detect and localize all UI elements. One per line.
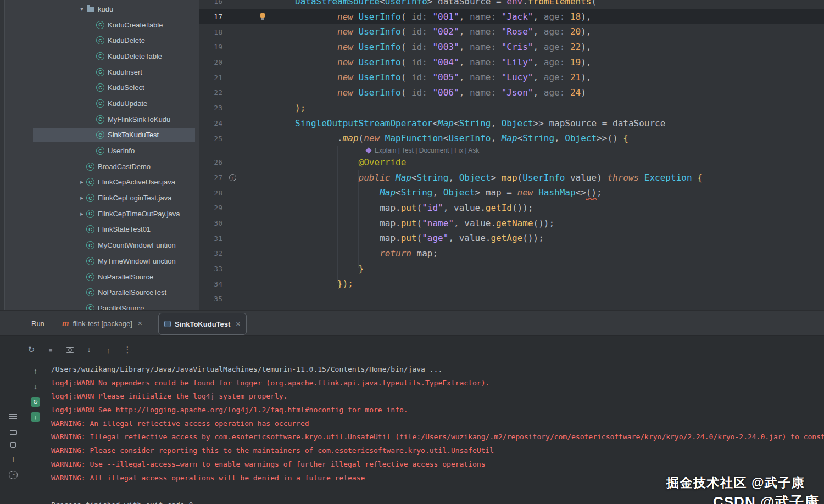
close-icon[interactable]: × — [236, 320, 240, 328]
code-token: () — [586, 187, 597, 198]
screenshot-icon[interactable] — [65, 347, 75, 353]
line-number[interactable]: 22 — [199, 88, 222, 97]
editor-line[interactable]: 20 new UserInfo( id: "004", name: "Lily"… — [199, 55, 824, 70]
editor-line[interactable]: 24SingleOutputStreamOperator<Map<String,… — [199, 116, 824, 131]
import-thread-dump-icon[interactable]: ↓ — [84, 346, 94, 354]
tree-item[interactable]: ▸CFlinkCepTimeOutPay.java — [0, 206, 199, 222]
editor-line[interactable]: 30 map.put("name", value.getName()); — [199, 216, 824, 231]
code-token: id: — [411, 26, 433, 37]
chevron-right-icon[interactable]: ▸ — [77, 210, 86, 217]
line-number[interactable]: 28 — [199, 189, 222, 197]
line-number[interactable]: 33 — [199, 265, 222, 273]
code-token: () — [607, 133, 623, 143]
editor-line[interactable]: 21 new UserInfo( id: "005", name: "Lucy"… — [199, 70, 824, 85]
line-number[interactable]: 25 — [199, 135, 222, 143]
editor-line[interactable]: 23); — [199, 100, 824, 116]
chevron-right-icon[interactable]: ▸ — [77, 178, 86, 186]
tree-item[interactable]: CMyCountWindowFuntion — [0, 237, 199, 253]
editor-line[interactable]: 32 return map; — [199, 246, 824, 261]
line-number[interactable]: 19 — [199, 43, 222, 51]
editor-line[interactable]: 16DataStreamSource<UserInfo> dataSource … — [199, 0, 824, 9]
line-number[interactable]: 20 — [199, 58, 222, 66]
chevron-right-icon[interactable]: ▸ — [77, 194, 86, 201]
line-number[interactable]: 17 — [199, 13, 222, 21]
line-number[interactable]: 30 — [199, 219, 222, 227]
ai-hint-actions[interactable]: Explain | Test | Document | Fix | Ask — [366, 147, 479, 154]
editor-line[interactable]: 19 new UserInfo( id: "003", name: "Cris"… — [199, 40, 824, 55]
line-number[interactable]: 32 — [199, 249, 222, 257]
tree-item[interactable]: ▸CFlinkCepActiveUser.java — [0, 175, 199, 191]
line-number[interactable]: 16 — [199, 0, 222, 5]
code-token: } — [359, 264, 364, 274]
tree-item[interactable]: CFlinkStateTest01 — [0, 222, 199, 238]
tree-item[interactable]: CBroadCastDemo — [0, 159, 199, 175]
editor-line[interactable]: 18 new UserInfo( id: "002", name: "Rose"… — [199, 24, 824, 40]
editor-line[interactable]: 34 }); — [199, 276, 824, 292]
up-stacktrace-icon[interactable]: ↑ — [34, 367, 37, 377]
rerun-icon[interactable]: ↻ — [26, 345, 36, 355]
code-token: "Rose" — [502, 26, 533, 37]
line-number[interactable]: 24 — [199, 119, 222, 127]
close-icon[interactable]: × — [138, 319, 142, 328]
stop-icon[interactable]: ■ — [46, 346, 55, 353]
editor-line[interactable]: 28 Map<String, Object> map = new HashMap… — [199, 185, 824, 200]
tab-sinktokudutest[interactable]: SinkToKuduTest × — [158, 313, 247, 335]
down-stacktrace-icon[interactable]: ↓ — [34, 382, 37, 392]
scroll-to-end-icon[interactable]: ↓ — [31, 412, 40, 422]
tree-item[interactable]: CKuduCreateTable — [0, 17, 199, 33]
tree-item[interactable]: CKuduInsert — [0, 64, 199, 80]
inspect-icon[interactable]: ~ — [9, 471, 18, 479]
print-icon[interactable] — [10, 430, 17, 435]
soft-wrap-icon[interactable]: ↻ — [31, 397, 40, 407]
more-options-icon[interactable]: ⋮ — [123, 345, 132, 355]
chevron-down-icon[interactable]: ▾ — [77, 5, 86, 13]
editor-line[interactable]: 22 new UserInfo( id: "006", name: "Json"… — [199, 85, 824, 100]
editor-line[interactable]: 27↑ public Map<String, Object> map(UserI… — [199, 170, 824, 186]
console-text: WARNING: Illegal reflective access by co… — [51, 433, 824, 441]
tree-item[interactable]: CSinkToKuduTest — [0, 127, 199, 143]
line-number[interactable]: 29 — [199, 204, 222, 212]
editor-gutter: 20 — [199, 55, 295, 70]
line-number[interactable]: 27 — [199, 173, 222, 182]
editor-line[interactable]: 33 } — [199, 261, 824, 277]
project-tree: ▾kuduCKuduCreateTableCKuduDeleteCKuduDel… — [0, 1, 199, 310]
code-token: id: — [411, 87, 433, 98]
editor-line[interactable]: 29 map.put("id", value.getId()); — [199, 200, 824, 216]
tree-item[interactable]: CMyFlinkSinkToKudu — [0, 111, 199, 127]
tree-item[interactable]: CUserInfo — [0, 143, 199, 159]
editor-line[interactable]: 25 .map(new MapFunction<UserInfo, Map<St… — [199, 131, 824, 146]
tree-item[interactable]: ▸CFlinkCepLoginTest.java — [0, 190, 199, 206]
list-icon[interactable] — [9, 414, 17, 415]
tree-item[interactable]: CKuduUpdate — [0, 96, 199, 111]
line-number[interactable]: 34 — [199, 280, 222, 288]
tree-item[interactable]: CMyTimeWindowFunction — [0, 253, 199, 269]
tree-item[interactable]: CKuduDelete — [0, 32, 199, 48]
editor-line[interactable]: 26 @Override — [199, 155, 824, 170]
clear-console-icon[interactable] — [10, 442, 16, 448]
line-number[interactable]: 26 — [199, 158, 222, 166]
line-number[interactable]: 21 — [199, 74, 222, 82]
tree-item[interactable]: CParallelSource — [0, 300, 199, 310]
lightbulb-icon[interactable] — [260, 13, 265, 18]
line-number[interactable]: 35 — [199, 295, 222, 303]
line-number[interactable]: 18 — [199, 28, 222, 36]
text-settings-icon[interactable]: T — [11, 455, 15, 463]
line-number[interactable]: 23 — [199, 104, 222, 112]
code-editor[interactable]: 16DataStreamSource<UserInfo> dataSource … — [199, 0, 824, 310]
editor-line[interactable]: 17 new UserInfo( id: "001", name: "Jack"… — [199, 9, 824, 25]
export-icon[interactable]: ↑ — [103, 346, 113, 354]
tree-item[interactable]: CKuduSelect — [0, 80, 199, 96]
class-icon: C — [96, 147, 104, 155]
tree-item[interactable]: CNoParallelSourceTest — [0, 284, 199, 300]
tree-item[interactable]: CNoParallelSource — [0, 269, 199, 285]
tree-item[interactable]: CKuduDeleteTable — [0, 48, 199, 64]
editor-line[interactable]: 35 — [199, 292, 824, 307]
override-marker-icon[interactable]: ↑ — [229, 174, 236, 181]
code-token: ), — [581, 57, 591, 68]
line-number[interactable]: 31 — [199, 234, 222, 243]
editor-line[interactable]: 31 map.put("age", value.getAge()); — [199, 231, 824, 246]
tree-item[interactable]: ▾kudu — [0, 1, 199, 17]
console-link[interactable]: http://logging.apache.org/log4j/1.2/faq.… — [115, 406, 343, 414]
class-icon: C — [96, 115, 104, 124]
tab-flink-test[interactable]: m flink-test [package] × — [57, 313, 148, 334]
